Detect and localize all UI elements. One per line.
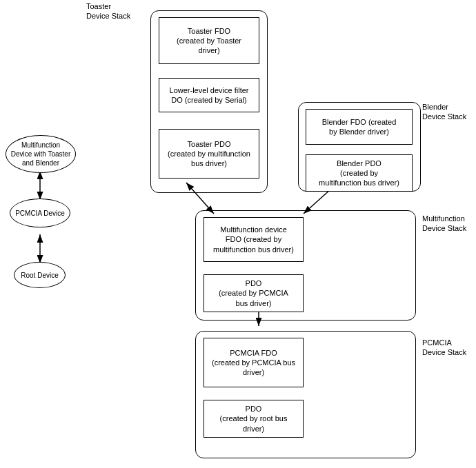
toaster-fdo-box: Toaster FDO(created by Toasterdriver): [159, 17, 259, 64]
mf-pdo-box: PDO(created by PCMCIAbus driver): [204, 274, 304, 312]
lower-filter-box: Lower-level device filterDO (created by …: [159, 78, 259, 112]
pcmcia-fdo-box: PCMCIA FDO(created by PCMCIA busdriver): [204, 338, 304, 387]
root-device-ellipse: Root Device: [14, 262, 66, 288]
multifunction-device-ellipse: MultifunctionDevice with Toasterand Blen…: [6, 135, 76, 173]
multifunction-fdo-box: Multifunction deviceFDO (created bymulti…: [204, 217, 304, 262]
diagram: ToasterDevice Stack Toaster FDO(created …: [0, 0, 476, 468]
toaster-stack-label: ToasterDevice Stack: [86, 1, 130, 21]
pcmcia-stack-label: PCMCIADevice Stack: [422, 338, 466, 358]
blender-stack-label: BlenderDevice Stack: [422, 102, 466, 122]
multifunction-stack-label: MultifunctionDevice Stack: [422, 214, 466, 234]
pcmcia-pdo-box: PDO(created by root busdriver): [204, 400, 304, 438]
blender-fdo-box: Blender FDO (createdby Blender driver): [306, 109, 413, 145]
pcmcia-device-ellipse: PCMCIA Device: [10, 199, 70, 227]
blender-pdo-box2: Blender PDO(created bymultifunction bus …: [306, 154, 413, 192]
toaster-pdo-box: Toaster PDO(created by multifunctionbus …: [159, 129, 259, 179]
